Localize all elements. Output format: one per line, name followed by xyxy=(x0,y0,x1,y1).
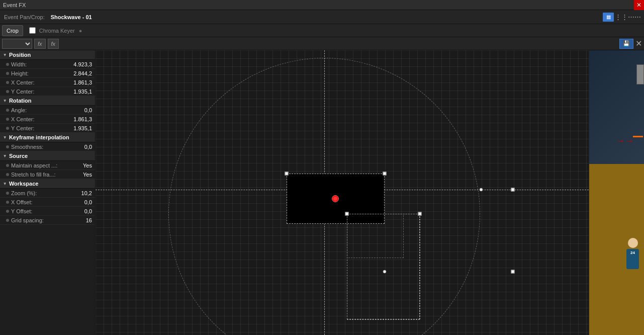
xcenter-pos-value: 1.861,3 xyxy=(67,79,92,86)
prop-dot xyxy=(6,109,9,112)
prop-xoffset: X Offset: 0,0 xyxy=(0,198,95,207)
window-close-button[interactable]: ✕ xyxy=(634,0,644,10)
event-bar-icons: ▦ ⋮⋮ ⋯⋯ xyxy=(603,13,640,22)
ycenter-pos-value: 1.935,1 xyxy=(67,89,92,95)
section-workspace-label: Workspace xyxy=(9,181,39,187)
corner-handle-br[interactable] xyxy=(511,188,515,192)
crop-inner-indicator xyxy=(348,215,404,258)
corner-handle-tr[interactable] xyxy=(383,172,387,176)
section-rotation[interactable]: Rotation xyxy=(0,96,95,106)
tab-chroma-keyer[interactable]: Chroma Keyer ● xyxy=(25,25,86,36)
yoffset-value: 0,0 xyxy=(67,208,92,214)
prop-dot xyxy=(6,127,9,130)
crop-top-line xyxy=(347,214,420,215)
prop-zoom: Zoom (%): 10,2 xyxy=(0,189,95,198)
xcenter-rot-label: X Center: xyxy=(11,116,67,122)
maintain-aspect-value: Yes xyxy=(67,162,92,169)
close-button[interactable]: ✕ xyxy=(635,40,642,48)
prop-dot xyxy=(6,90,9,93)
section-source[interactable]: Source xyxy=(0,151,95,161)
prop-dot xyxy=(6,210,9,213)
chroma-keyer-checkbox[interactable] xyxy=(29,27,36,34)
section-rotation-label: Rotation xyxy=(9,98,32,104)
stretch-fill-value: Yes xyxy=(67,172,92,178)
video-panel: →→ 24 xyxy=(589,50,644,335)
prop-dot xyxy=(6,81,9,84)
fx1-button[interactable]: fx xyxy=(34,39,46,49)
width-label: Width: xyxy=(11,61,67,67)
player-head xyxy=(628,238,638,248)
crop-left-line xyxy=(347,214,348,319)
width-value: 4.923,3 xyxy=(67,61,92,67)
ycenter-pos-label: Y Center: xyxy=(11,89,67,95)
section-position-label: Position xyxy=(9,52,31,58)
corner-handle-tl[interactable] xyxy=(285,172,289,176)
preset-select[interactable] xyxy=(2,39,32,49)
zoom-value: 10,2 xyxy=(67,190,92,196)
height-value: 2.844,2 xyxy=(67,70,92,76)
tab-chroma-label: Chroma Keyer xyxy=(39,28,75,34)
fx2-button[interactable]: fx xyxy=(48,39,59,49)
basket xyxy=(633,136,643,137)
yoffset-label: Y Offset: xyxy=(11,208,67,214)
tab-crop[interactable]: Crop xyxy=(2,25,23,36)
tab-bar: Crop Chroma Keyer ● xyxy=(0,24,644,37)
mid-handle-b[interactable] xyxy=(383,270,387,274)
tab-crop-label: Crop xyxy=(7,28,19,34)
prop-width: Width: 4.923,3 xyxy=(0,60,95,69)
list-view-button[interactable]: ⋯⋯ xyxy=(629,13,640,22)
prop-angle: Angle: 0,0 xyxy=(0,106,95,115)
xcenter-pos-label: X Center: xyxy=(11,79,67,86)
crop-bottom-line xyxy=(347,319,420,320)
player-figure: 24 xyxy=(624,238,641,278)
selection-corner-tr[interactable] xyxy=(418,212,422,216)
crop-right-line xyxy=(420,214,421,319)
title-bar: Event FX ✕ xyxy=(0,0,644,10)
zoom-label: Zoom (%): xyxy=(11,190,67,196)
maintain-aspect-label: Maintain aspect ...: xyxy=(11,162,67,169)
smoothness-label: Smoothness: xyxy=(11,144,67,150)
main-layout: Position Width: 4.923,3 Height: 2.844,2 … xyxy=(0,50,644,335)
grid-spacing-value: 16 xyxy=(67,217,92,223)
prop-height: Height: 2.844,2 xyxy=(0,69,95,78)
preset-button[interactable]: ▦ xyxy=(603,13,614,22)
player-body: 24 xyxy=(626,249,639,269)
save-button[interactable]: 💾 xyxy=(619,39,633,49)
section-keyframe[interactable]: Keyframe interpolation xyxy=(0,133,95,142)
arrow-right-icon: →→ xyxy=(616,136,634,146)
prop-ycenter-pos: Y Center: 1.935,1 xyxy=(0,87,95,96)
prop-stretch-fill: Stretch to fill fra...: Yes xyxy=(0,170,95,179)
section-source-label: Source xyxy=(9,153,28,159)
section-position[interactable]: Position xyxy=(0,50,95,60)
section-workspace[interactable]: Workspace xyxy=(0,179,95,189)
video-panel-content: →→ 24 xyxy=(589,50,644,335)
prop-dot xyxy=(6,63,9,66)
backboard xyxy=(636,64,644,85)
xcenter-rot-value: 1.861,3 xyxy=(67,116,92,122)
section-keyframe-label: Keyframe interpolation xyxy=(9,134,69,140)
prop-xcenter-rot: X Center: 1.861,3 xyxy=(0,115,95,124)
prop-dot xyxy=(6,192,9,195)
left-panel: Position Width: 4.923,3 Height: 2.844,2 … xyxy=(0,50,96,335)
prop-xcenter-pos: X Center: 1.861,3 xyxy=(0,78,95,87)
mid-handle-r[interactable] xyxy=(480,188,483,192)
prop-yoffset: Y Offset: 0,0 xyxy=(0,207,95,216)
canvas-area[interactable] xyxy=(96,50,589,335)
prop-grid-spacing: Grid spacing: 16 xyxy=(0,216,95,225)
event-label: Event Pan/Crop: xyxy=(4,14,45,20)
grid-view-button[interactable]: ⋮⋮ xyxy=(616,13,627,22)
smoothness-value: 0,0 xyxy=(67,144,92,150)
grid-spacing-label: Grid spacing: xyxy=(11,217,67,223)
angle-value: 0,0 xyxy=(67,107,92,113)
xoffset-label: X Offset: xyxy=(11,199,67,205)
prop-dot xyxy=(6,164,9,167)
chroma-keyer-icon: ● xyxy=(79,28,82,34)
center-handle[interactable] xyxy=(332,195,339,202)
ycenter-rot-value: 1.935,1 xyxy=(67,125,92,131)
prop-maintain-aspect: Maintain aspect ...: Yes xyxy=(0,161,95,170)
height-label: Height: xyxy=(11,70,67,76)
prop-dot xyxy=(6,201,9,204)
action-bar: fx fx 💾 ✕ xyxy=(0,37,644,50)
prop-dot xyxy=(6,72,9,75)
far-right-handle[interactable] xyxy=(511,270,515,274)
